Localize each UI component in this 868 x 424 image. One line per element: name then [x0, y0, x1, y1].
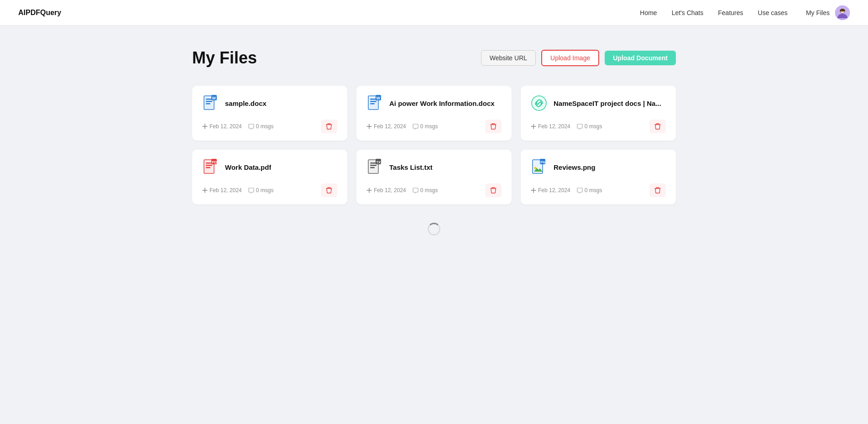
file-type-icon: PNG — [531, 159, 547, 175]
upload-image-button[interactable]: Upload Image — [541, 50, 599, 66]
file-type-icon: W — [366, 95, 383, 111]
file-meta: Feb 12, 2024 0 msgs — [366, 187, 438, 194]
file-date: Feb 12, 2024 — [202, 187, 242, 194]
file-meta: Feb 12, 2024 0 msgs — [366, 123, 438, 130]
nav-links: Home Let's Chats Features Use cases — [640, 9, 788, 16]
file-card[interactable]: NameSpaceIT project docs | Na... Feb 12,… — [521, 86, 676, 141]
upload-document-button[interactable]: Upload Document — [605, 51, 676, 65]
page-title: My Files — [192, 48, 257, 68]
plus-icon — [202, 188, 208, 193]
trash-icon — [654, 187, 661, 194]
file-card-top: W sample.docx — [202, 95, 337, 111]
file-msgs-text: 0 msgs — [585, 123, 602, 130]
website-url-button[interactable]: Website URL — [481, 50, 536, 66]
file-card-bottom: Feb 12, 2024 0 msgs — [366, 120, 502, 133]
delete-button[interactable] — [485, 183, 502, 197]
file-card-bottom: Feb 12, 2024 0 msgs — [202, 120, 337, 133]
trash-icon — [325, 123, 333, 130]
delete-button[interactable] — [649, 120, 666, 133]
svg-text:TXT: TXT — [376, 160, 383, 164]
plus-icon — [531, 124, 536, 129]
delete-button[interactable] — [649, 183, 666, 197]
file-card-top: PNG Reviews.png — [531, 159, 666, 175]
file-msgs: 0 msgs — [413, 187, 438, 194]
message-icon — [577, 124, 583, 130]
file-card-top: PDF Work Data.pdf — [202, 159, 337, 175]
message-icon — [413, 124, 418, 130]
avatar[interactable] — [835, 5, 850, 20]
svg-rect-6 — [206, 101, 212, 102]
message-icon — [413, 188, 418, 194]
svg-text:PDF: PDF — [212, 160, 219, 164]
file-date-text: Feb 12, 2024 — [538, 187, 570, 194]
nav-link-home[interactable]: Home — [640, 9, 657, 16]
file-msgs-text: 0 msgs — [585, 187, 602, 194]
file-type-icon — [531, 95, 547, 111]
nav-link-use-cases[interactable]: Use cases — [758, 9, 788, 16]
delete-button[interactable] — [321, 183, 337, 197]
file-card-top: NameSpaceIT project docs | Na... — [531, 95, 666, 111]
file-date-text: Feb 12, 2024 — [374, 187, 406, 194]
file-meta: Feb 12, 2024 0 msgs — [202, 123, 273, 130]
svg-rect-12 — [370, 99, 376, 100]
svg-text:PNG: PNG — [540, 160, 547, 164]
svg-rect-14 — [370, 103, 375, 105]
file-msgs: 0 msgs — [248, 187, 274, 194]
svg-rect-22 — [206, 162, 212, 164]
file-meta: Feb 12, 2024 0 msgs — [531, 123, 602, 130]
svg-rect-5 — [206, 99, 212, 100]
file-meta: Feb 12, 2024 0 msgs — [531, 187, 602, 194]
svg-rect-7 — [206, 103, 210, 105]
file-name: Ai power Work Information.docx — [389, 99, 495, 107]
page-header: My Files Website URL Upload Image Upload… — [192, 48, 676, 68]
file-card-top: TXT Tasks List.txt — [366, 159, 502, 175]
navbar: AIPDFQuery Home Let's Chats Features Use… — [0, 0, 868, 26]
svg-text:W: W — [376, 96, 381, 100]
file-date: Feb 12, 2024 — [531, 123, 570, 130]
file-card[interactable]: PDF Work Data.pdf Feb 12, 2024 0 msgs — [192, 150, 347, 204]
message-icon — [248, 188, 254, 194]
file-type-icon: TXT — [366, 159, 383, 175]
file-card-top: W Ai power Work Information.docx — [366, 95, 502, 111]
file-date-text: Feb 12, 2024 — [209, 123, 242, 130]
trash-icon — [654, 123, 661, 130]
file-grid: W sample.docx Feb 12, 2024 0 msgs — [192, 86, 676, 245]
file-type-icon: PDF — [202, 159, 219, 175]
file-card[interactable]: PNG Reviews.png Feb 12, 2024 0 msgs — [521, 150, 676, 204]
file-meta: Feb 12, 2024 0 msgs — [202, 187, 273, 194]
file-msgs-text: 0 msgs — [256, 187, 274, 194]
file-date-text: Feb 12, 2024 — [374, 123, 406, 130]
file-card[interactable]: W Ai power Work Information.docx Feb 12,… — [356, 86, 512, 141]
file-type-icon: W — [202, 95, 219, 111]
file-date: Feb 12, 2024 — [366, 123, 406, 130]
plus-icon — [366, 188, 372, 193]
nav-link-lets-chats[interactable]: Let's Chats — [672, 9, 704, 16]
delete-button[interactable] — [321, 120, 337, 133]
file-date: Feb 12, 2024 — [202, 123, 242, 130]
file-card-bottom: Feb 12, 2024 0 msgs — [531, 120, 666, 133]
nav-link-features[interactable]: Features — [718, 9, 743, 16]
file-msgs: 0 msgs — [248, 123, 274, 130]
file-msgs-text: 0 msgs — [256, 123, 274, 130]
file-name: Reviews.png — [554, 163, 596, 171]
svg-rect-31 — [370, 167, 375, 168]
loading-spinner-container — [192, 214, 676, 245]
nav-right: My Files — [806, 5, 850, 20]
plus-icon — [531, 188, 536, 193]
trash-icon — [490, 123, 497, 130]
file-date-text: Feb 12, 2024 — [538, 123, 570, 130]
file-date-text: Feb 12, 2024 — [209, 187, 242, 194]
svg-text:W: W — [212, 96, 216, 100]
svg-rect-23 — [206, 165, 212, 166]
svg-rect-30 — [370, 165, 376, 166]
nav-my-files[interactable]: My Files — [806, 9, 830, 16]
file-card[interactable]: TXT Tasks List.txt Feb 12, 2024 0 msgs — [356, 150, 512, 204]
file-card[interactable]: W sample.docx Feb 12, 2024 0 msgs — [192, 86, 347, 141]
trash-icon — [490, 187, 497, 194]
svg-rect-13 — [370, 101, 376, 102]
file-name: NameSpaceIT project docs | Na... — [554, 99, 661, 107]
delete-button[interactable] — [485, 120, 502, 133]
file-msgs-text: 0 msgs — [420, 123, 438, 130]
file-date: Feb 12, 2024 — [366, 187, 406, 194]
svg-rect-29 — [370, 162, 376, 164]
